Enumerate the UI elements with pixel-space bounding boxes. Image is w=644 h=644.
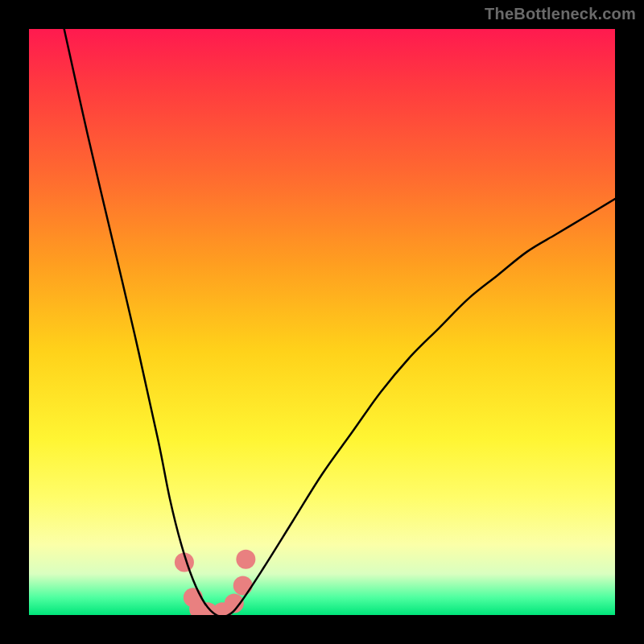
watermark-text: TheBottleneck.com	[485, 5, 636, 23]
plot-area	[29, 29, 615, 615]
marker-dot	[233, 576, 253, 596]
marker-dot	[236, 550, 255, 569]
chart-svg	[29, 29, 615, 615]
chart-frame: TheBottleneck.com	[0, 0, 644, 644]
bottleneck-curve	[64, 29, 615, 615]
